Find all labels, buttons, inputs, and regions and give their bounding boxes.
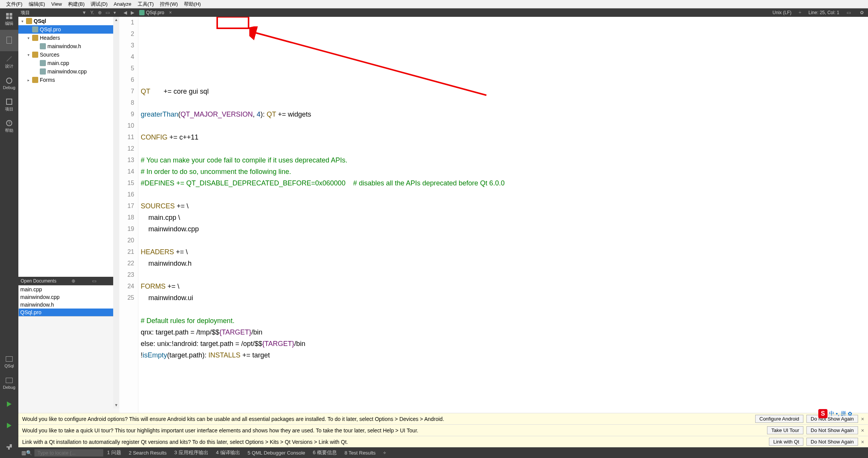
mode-projects[interactable]: 项目 bbox=[0, 94, 18, 115]
encoding-dropdown-icon[interactable]: ÷ bbox=[797, 10, 803, 15]
menu-file[interactable]: 文件(F) bbox=[3, 1, 26, 8]
notification-linkqt: Link with a Qt installation to automatic… bbox=[18, 436, 868, 447]
run-debug-button[interactable] bbox=[0, 415, 18, 437]
tree-project-root[interactable]: ▾QSql bbox=[18, 17, 119, 25]
editor-tab[interactable]: QSql.pro bbox=[136, 10, 167, 15]
project-icon bbox=[26, 18, 32, 24]
close-icon[interactable]: × bbox=[861, 427, 864, 434]
locator-input[interactable] bbox=[34, 449, 103, 456]
notification-text: Would you like to take a quick UI tour? … bbox=[22, 427, 418, 434]
toggle-sidebar-icon[interactable]: ▥ bbox=[21, 450, 26, 456]
filter-icon[interactable]: ▼ bbox=[81, 10, 88, 15]
menu-edit[interactable]: 编辑(E) bbox=[26, 1, 48, 8]
tree-file-mainwindowcpp[interactable]: mainwindow.cpp bbox=[18, 67, 119, 76]
folder-icon bbox=[32, 77, 38, 83]
link-qt-button[interactable]: Link with Qt bbox=[769, 438, 803, 446]
file-icon bbox=[139, 10, 145, 15]
menu-view[interactable]: View bbox=[48, 1, 65, 7]
dismiss-button[interactable]: Do Not Show Again bbox=[806, 426, 858, 434]
run-button[interactable] bbox=[0, 394, 18, 415]
kit-label: QSql bbox=[5, 364, 14, 368]
close-icon[interactable]: × bbox=[861, 439, 864, 445]
code-editor[interactable]: 1234567891011121314151617181920212223242… bbox=[119, 17, 868, 413]
status-bar: ▥ 🔍 1 问题 2 Search Results 3 应用程序输出 4 编译输… bbox=[18, 447, 868, 458]
line-number-gutter: 1234567891011121314151617181920212223242… bbox=[119, 17, 138, 413]
project-tree[interactable]: ▾QSql QSql.pro ▾Headers mainwindow.h ▾So… bbox=[18, 17, 119, 277]
open-docs-title: Open Documents bbox=[21, 278, 56, 284]
sync-icon[interactable]: ⊕ bbox=[97, 10, 103, 15]
menu-widgets[interactable]: 控件(W) bbox=[157, 1, 181, 8]
split-icon[interactable]: ▭ bbox=[91, 278, 98, 284]
sidebar-scrollbar[interactable]: ▲ ▼ bbox=[113, 17, 119, 408]
kit-selector[interactable]: QSql bbox=[0, 351, 18, 372]
line-ending-label[interactable]: Unix (LF) bbox=[772, 10, 791, 15]
collapse-icon[interactable]: ▾ bbox=[112, 10, 117, 15]
mode-help-label: 帮助 bbox=[5, 128, 13, 133]
tree-folder-sources[interactable]: ▾Sources bbox=[18, 50, 119, 59]
file-icon bbox=[32, 26, 38, 32]
output-pane-tests[interactable]: 8 Test Results bbox=[341, 450, 379, 456]
menu-build[interactable]: 构建(B) bbox=[65, 1, 88, 8]
annotation-highlight-box bbox=[216, 17, 249, 29]
tree-file-maincpp[interactable]: main.cpp bbox=[18, 59, 119, 67]
tree-folder-label: Headers bbox=[40, 35, 60, 41]
mode-debug[interactable]: Debug bbox=[0, 73, 18, 94]
output-pane-more-icon[interactable]: ÷ bbox=[379, 450, 390, 456]
nav-fwd-icon[interactable]: ▶ bbox=[129, 10, 136, 15]
editor-settings-icon[interactable]: ✿ bbox=[858, 10, 866, 15]
tree-file-header[interactable]: mainwindow.h bbox=[18, 42, 119, 50]
notification-text: Would you like to configure Android opti… bbox=[22, 416, 444, 422]
configure-android-button[interactable]: Configure Android bbox=[755, 415, 803, 423]
menu-analyze[interactable]: Analyze bbox=[111, 1, 134, 7]
tree-folder-label: Sources bbox=[40, 52, 59, 58]
menu-debug[interactable]: 调试(D) bbox=[88, 1, 111, 8]
build-button[interactable] bbox=[0, 437, 18, 458]
open-doc-item[interactable]: QSql.pro bbox=[19, 309, 115, 316]
output-pane-issues[interactable]: 1 问题 bbox=[103, 449, 125, 456]
output-pane-appoutput[interactable]: 3 应用程序输出 bbox=[171, 449, 212, 456]
take-tour-button[interactable]: Take UI Tour bbox=[767, 426, 803, 434]
ime-settings-icon[interactable]: ✿ bbox=[848, 411, 852, 417]
build-config[interactable]: Debug bbox=[0, 372, 18, 394]
split-icon[interactable]: ▭ bbox=[104, 10, 111, 15]
filter-funnel-icon[interactable]: Y. bbox=[89, 10, 95, 15]
mode-help[interactable]: ?帮助 bbox=[0, 115, 18, 137]
output-pane-compile[interactable]: 4 编译输出 bbox=[212, 449, 244, 456]
file-icon bbox=[40, 68, 46, 75]
open-doc-item[interactable]: mainwindow.h bbox=[19, 301, 115, 309]
tree-folder-label: Forms bbox=[40, 77, 55, 83]
mode-edit-label: 编辑 bbox=[5, 21, 13, 26]
menu-tools[interactable]: 工具(T) bbox=[135, 1, 157, 8]
ime-mode[interactable]: 拼 bbox=[841, 410, 846, 417]
menu-help[interactable]: 帮助(H) bbox=[181, 1, 204, 8]
mode-edit[interactable] bbox=[0, 30, 18, 51]
split-editor-icon[interactable]: ▭ bbox=[845, 10, 853, 15]
mode-design[interactable]: 设计 bbox=[0, 51, 18, 73]
nav-back-icon[interactable]: ◀ bbox=[122, 10, 129, 15]
dismiss-button[interactable]: Do Not Show Again bbox=[806, 438, 858, 446]
scroll-down-icon[interactable]: ▼ bbox=[113, 402, 119, 408]
pencil-icon bbox=[7, 56, 12, 61]
pin-icon[interactable]: ⊕ bbox=[70, 278, 77, 284]
output-pane-search[interactable]: 2 Search Results bbox=[125, 450, 171, 456]
open-doc-item[interactable]: mainwindow.cpp bbox=[19, 293, 115, 301]
file-icon bbox=[40, 60, 46, 66]
ime-lang[interactable]: 中 bbox=[829, 410, 834, 417]
tree-file-label: QSql.pro bbox=[40, 26, 61, 32]
scroll-up-icon[interactable]: ▲ bbox=[113, 17, 119, 23]
code-area[interactable]: QT += core gui sqlgreaterThan(QT_MAJOR_V… bbox=[138, 17, 868, 413]
output-pane-general[interactable]: 6 概要信息 bbox=[309, 449, 341, 456]
output-pane-qml[interactable]: 5 QML Debugger Console bbox=[244, 450, 309, 456]
tab-close-icon[interactable]: × bbox=[167, 10, 174, 15]
ime-logo-icon[interactable]: S bbox=[818, 409, 827, 418]
tree-folder-forms[interactable]: ▸Forms bbox=[18, 76, 119, 84]
tree-folder-headers[interactable]: ▾Headers bbox=[18, 34, 119, 42]
folder-icon bbox=[32, 52, 38, 58]
open-doc-item[interactable]: main.cpp bbox=[19, 286, 115, 293]
mode-welcome[interactable]: 编辑 bbox=[0, 8, 18, 30]
ime-sep: •, bbox=[836, 411, 839, 417]
cursor-pos-label[interactable]: Line: 25, Col: 1 bbox=[808, 10, 839, 15]
open-docs-list: main.cpp mainwindow.cpp mainwindow.h QSq… bbox=[18, 285, 115, 317]
tree-root-label: QSql bbox=[34, 18, 46, 24]
tree-file-pro[interactable]: QSql.pro bbox=[18, 25, 119, 34]
